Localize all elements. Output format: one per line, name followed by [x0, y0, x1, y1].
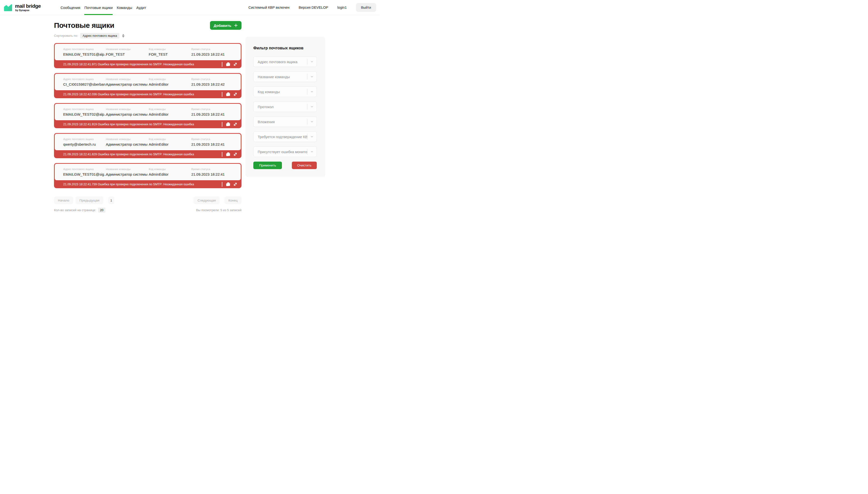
records-viewed-text: Вы посмотрели: 5 из 5 записей	[196, 208, 241, 212]
cell-value: Администратор системы	[106, 142, 149, 146]
logout-button[interactable]: Выйти	[356, 3, 376, 12]
filter-actions: Применить Очистить	[253, 162, 317, 169]
filter-field-placeholder: Название команды	[258, 75, 307, 79]
filter-field-placeholder: Адрес почтового ящика	[258, 60, 307, 64]
divider	[222, 62, 222, 67]
pagination-first-button[interactable]: Начало	[54, 196, 73, 204]
per-page-select[interactable]: 20	[98, 208, 105, 213]
divider	[222, 182, 222, 187]
expand-error-button[interactable]	[233, 92, 238, 96]
per-page-label: Кол-во записей на странице:	[54, 208, 96, 212]
logo-title: mail bridge	[15, 3, 41, 8]
cell-value: 21.09.2023 18:22:41	[191, 172, 241, 176]
sort-direction-toggle[interactable]	[122, 34, 125, 38]
sort-row: Сортировать по: Адрес почтового ящика	[54, 33, 241, 38]
chevron-down-icon	[307, 60, 317, 63]
cell-value: 21.09.2023 18:22:42	[191, 82, 241, 87]
cell-team-code: Код команды FOR_TEST	[149, 48, 191, 56]
cell-address: Адрес почтового ящика EMAILGW_TEST01@alp…	[63, 48, 106, 56]
cell-status-time: Время статуса 21.09.2023 18:22:41	[191, 168, 241, 176]
chevron-down-icon	[307, 90, 317, 93]
filter-clear-button[interactable]: Очистить	[292, 162, 317, 169]
app-logo[interactable]: mail bridge by Synapse	[4, 3, 41, 12]
cell-value: qwerty@sbertech.ru	[63, 142, 106, 146]
nav-item-audit[interactable]: Аудит	[134, 0, 148, 15]
copy-error-button[interactable]	[226, 122, 230, 127]
copy-error-button[interactable]	[226, 152, 230, 156]
error-actions	[222, 122, 238, 127]
app-screen: mail bridge by Synapse Сообщения Почтовы…	[0, 0, 380, 216]
filter-field-attachments[interactable]: Вложения	[253, 116, 317, 127]
copy-icon	[226, 152, 230, 156]
pagination-last-button[interactable]: Конец	[224, 196, 241, 204]
filter-apply-button[interactable]: Применить	[253, 162, 282, 169]
cell-status-time: Время статуса 21.09.2023 18:22:42	[191, 78, 241, 87]
cell-team-name: Название команды FOR_TEST	[106, 48, 149, 56]
filter-field-address[interactable]: Адрес почтового ящика	[253, 56, 317, 67]
filter-field-placeholder: Присутствует ошибка мониторинга	[258, 150, 307, 154]
filter-field-kvr-confirmation[interactable]: Требуется подтверждение КВР	[253, 131, 317, 142]
cell-value: Администратор системы	[106, 112, 149, 116]
copy-error-button[interactable]	[226, 182, 230, 187]
cell-status-time: Время статуса 21.09.2023 18:22:41	[191, 138, 241, 146]
error-message: 21.09.2023 18:22:41.919 Ошибка при прове…	[63, 123, 222, 126]
cell-team-code: Код команды AdminEditor	[149, 138, 191, 146]
add-mailbox-button[interactable]: Добавить	[210, 21, 241, 30]
page-title: Почтовые ящики	[54, 21, 114, 30]
cell-value: 21.09.2023 18:22:41	[191, 112, 241, 116]
add-mailbox-button-label: Добавить	[214, 23, 231, 27]
sort-desc-icon	[122, 36, 125, 38]
plus-icon	[234, 23, 238, 27]
pagination-page-1-button[interactable]: 1	[108, 196, 114, 204]
copy-error-button[interactable]	[226, 92, 230, 96]
cell-address: Адрес почтового ящика EMAILGW_TEST01@sig…	[63, 168, 106, 176]
filter-field-team-name[interactable]: Название команды	[253, 71, 317, 82]
system-kvr-status: Системный КВР включен	[249, 5, 290, 10]
cell-label: Название команды	[106, 48, 149, 51]
expand-error-button[interactable]	[233, 62, 238, 66]
cell-status-time: Время статуса 21.09.2023 18:22:41	[191, 48, 241, 56]
sort-field-select[interactable]: Адрес почтового ящика	[80, 33, 120, 38]
mailbox-card[interactable]: Адрес почтового ящика EMAILGW_TEST01@alp…	[54, 43, 241, 68]
cell-label: Время статуса	[191, 108, 241, 111]
expand-error-button[interactable]	[233, 122, 238, 127]
filter-field-monitoring-error[interactable]: Присутствует ошибка мониторинга	[253, 146, 317, 157]
cell-label: Название команды	[106, 78, 149, 80]
mailbox-card[interactable]: Адрес почтового ящика qwerty@sbertech.ru…	[54, 133, 241, 158]
pagination-prev-button[interactable]: Предыдущая	[76, 196, 104, 204]
card-body: Адрес почтового ящика EMAILGW_TEST01@sig…	[55, 164, 241, 180]
cell-address: Адрес почтового ящика CI_CI00159827@sber…	[63, 78, 106, 87]
chevron-down-icon	[307, 150, 317, 153]
cell-value: FOR_TEST	[149, 52, 191, 56]
copy-error-button[interactable]	[226, 62, 230, 66]
nav-item-teams[interactable]: Команды	[115, 0, 134, 15]
filter-field-team-code[interactable]: Код команды	[253, 87, 317, 97]
filter-field-placeholder: Требуется подтверждение КВР	[258, 135, 307, 139]
pagination-next-button[interactable]: Следующая	[194, 196, 220, 204]
cell-label: Название команды	[106, 168, 149, 171]
chevron-down-icon	[307, 120, 317, 124]
expand-error-button[interactable]	[233, 152, 238, 156]
copy-icon	[226, 62, 230, 66]
page-head: Почтовые ящики Добавить	[54, 21, 241, 30]
divider	[222, 122, 222, 127]
mailbox-card[interactable]: Адрес почтового ящика CI_CI00159827@sber…	[54, 73, 241, 98]
nav-item-mailboxes[interactable]: Почтовые ящики	[82, 0, 115, 15]
copy-icon	[226, 92, 230, 96]
cell-label: Адрес почтового ящика	[63, 78, 106, 80]
expand-error-button[interactable]	[233, 182, 238, 187]
card-body: Адрес почтового ящика CI_CI00159827@sber…	[55, 74, 241, 90]
copy-icon	[226, 122, 230, 127]
mailbox-card[interactable]: Адрес почтового ящика EMAILGW_TEST01@sig…	[54, 163, 241, 188]
cell-label: Время статуса	[191, 78, 241, 80]
expand-icon	[233, 152, 238, 156]
copy-icon	[226, 182, 230, 187]
filter-field-protocol[interactable]: Протокол	[253, 101, 317, 112]
nav-item-messages[interactable]: Сообщения	[59, 0, 82, 15]
card-error-bar: 21.09.2023 18:22:41.739 Ошибка при прове…	[55, 180, 241, 188]
mailbox-card[interactable]: Адрес почтового ящика EMAILGW_TEST02@alp…	[54, 103, 241, 128]
cell-value: Администратор системы	[106, 172, 149, 176]
cell-label: Адрес почтового ящика	[63, 108, 106, 111]
expand-icon	[233, 92, 238, 96]
cell-value: AdminEditor	[149, 82, 191, 87]
